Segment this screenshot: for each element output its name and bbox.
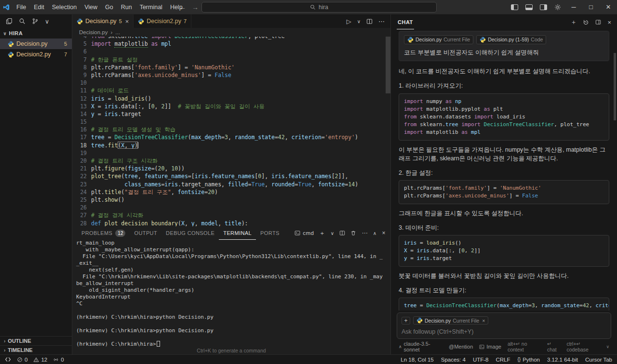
editor-scrollbar[interactable] bbox=[386, 37, 390, 93]
forward-arrow-icon[interactable]: → bbox=[192, 3, 199, 11]
status-crlf[interactable]: CRLF bbox=[496, 357, 510, 363]
source-control-branch-icon[interactable] bbox=[32, 18, 39, 25]
more-views-chevron-icon[interactable]: ∨ bbox=[45, 18, 49, 25]
customize-layout-gear-icon[interactable] bbox=[550, 0, 565, 14]
more-actions-icon[interactable]: ⋯ bbox=[378, 18, 385, 25]
context-chip-Decision.py[interactable]: Decision.pyCurrent File bbox=[404, 35, 473, 44]
minimize-button[interactable]: ─ bbox=[565, 0, 582, 14]
chat-history-icon[interactable] bbox=[583, 19, 589, 26]
status-utf-8[interactable]: UTF-8 bbox=[473, 357, 489, 363]
status-spaces-4[interactable]: Spaces: 4 bbox=[441, 357, 466, 363]
menu-run[interactable]: Run bbox=[117, 0, 136, 14]
add-context-plus-button[interactable]: + bbox=[402, 317, 410, 325]
menu-file[interactable]: File bbox=[13, 0, 30, 14]
panel-tab-terminal[interactable]: TERMINAL bbox=[219, 226, 256, 240]
breadcrumb-more[interactable]: ... bbox=[115, 29, 120, 35]
menu-edit[interactable]: Edit bbox=[30, 0, 48, 14]
terminal-dropdown-chevron-icon[interactable]: ∨ bbox=[331, 231, 335, 236]
menu-terminal[interactable]: Terminal bbox=[136, 0, 166, 14]
close-panel-icon[interactable]: × bbox=[382, 230, 386, 236]
status-3-12-1-64-bit[interactable]: 3.12.1 64-bit bbox=[547, 357, 578, 363]
folder-header[interactable]: ∨ HIRA bbox=[0, 28, 72, 39]
toggle-sidebar-icon[interactable] bbox=[507, 0, 522, 14]
menu-selection[interactable]: Selection bbox=[48, 0, 80, 14]
panel-tab-debug-console[interactable]: DEBUG CONSOLE bbox=[161, 226, 219, 240]
close-window-button[interactable]: ✕ bbox=[600, 0, 617, 14]
code-line-17[interactable]: tree = DecisionTreeClassifier(max_depth=… bbox=[91, 133, 358, 141]
code-line-27[interactable]: # 결정 경계 시각화 bbox=[91, 211, 143, 219]
footer-hint-2[interactable]: ctrl+↵ codebase bbox=[566, 341, 600, 352]
maximize-panel-chevron-icon[interactable]: ∧ bbox=[373, 231, 377, 236]
status-remote[interactable] bbox=[5, 356, 11, 363]
status-cursor-tab[interactable]: Cursor Tab bbox=[585, 357, 612, 363]
code-line-28[interactable]: def plot_decision_boundary(X, y, model, … bbox=[91, 220, 248, 227]
toggle-panel-icon[interactable] bbox=[522, 0, 536, 14]
shell-label[interactable]: cmd bbox=[295, 230, 314, 236]
code-line-4[interactable]: from sklearn.tree import DecisionTreeCla… bbox=[91, 37, 285, 40]
panel-tab-problems[interactable]: PROBLEMS12 bbox=[77, 226, 130, 240]
close-icon[interactable]: × bbox=[482, 318, 485, 324]
code-line-18[interactable]: tree.fit(X, y) bbox=[91, 142, 138, 149]
code-line-25[interactable]: plt.show() bbox=[91, 196, 124, 204]
run-python-file-icon[interactable]: ▷ bbox=[347, 18, 351, 25]
menu-go[interactable]: Go bbox=[101, 0, 117, 14]
code-line-11[interactable]: # 데이터 로드 bbox=[91, 87, 129, 94]
split-terminal-icon[interactable] bbox=[339, 230, 345, 236]
code-line-8[interactable]: plt.rcParams['font.family'] = 'NanumGoth… bbox=[91, 64, 235, 71]
timeline-section[interactable]: › TIMELINE bbox=[0, 345, 72, 354]
breadcrumb[interactable]: Decision.py › ... bbox=[72, 28, 390, 37]
code-editor[interactable]: 4from sklearn.tree import DecisionTreeCl… bbox=[72, 37, 390, 226]
code-line-16[interactable]: # 결정 트리 모델 생성 및 학습 bbox=[91, 126, 175, 133]
chat-input-box[interactable]: + Decision.pyCurrent File× Ask followup … bbox=[397, 312, 611, 339]
close-chat-icon[interactable]: × bbox=[607, 19, 611, 26]
status-ports[interactable]: 0 bbox=[53, 357, 64, 363]
toggle-secondary-sidebar-icon[interactable] bbox=[536, 0, 550, 14]
maximize-button[interactable]: □ bbox=[582, 0, 600, 14]
code-line-22[interactable]: plot_tree(tree, feature_names=[iris.feat… bbox=[91, 172, 348, 180]
code-line-20[interactable]: # 결정 트리 구조 시각화 bbox=[91, 157, 158, 165]
new-terminal-plus-icon[interactable]: ＋ bbox=[319, 229, 325, 237]
command-center-search[interactable]: hira bbox=[201, 2, 437, 13]
back-arrow-icon[interactable]: ← bbox=[179, 3, 186, 11]
run-dropdown-chevron-icon[interactable]: ∨ bbox=[357, 19, 361, 24]
split-editor-icon[interactable] bbox=[366, 18, 373, 25]
code-line-14[interactable]: y = iris.target bbox=[91, 110, 141, 118]
open-chat-in-editor-icon[interactable] bbox=[595, 19, 601, 25]
image-button[interactable]: Image bbox=[479, 344, 501, 350]
editor-tab-Decision.py[interactable]: Decision.py5× bbox=[72, 14, 134, 28]
context-chip-Decision.py[interactable]: Decision.pyCurrent File× bbox=[413, 316, 488, 325]
breadcrumb-file[interactable]: Decision.py bbox=[79, 29, 107, 35]
footer-hint-0[interactable]: alt+↵ no context bbox=[508, 341, 541, 352]
code-line-9[interactable]: plt.rcParams['axes.unicode_minus'] = Fal… bbox=[91, 71, 231, 79]
mention-button[interactable]: @Mention bbox=[449, 344, 473, 350]
code-line-7[interactable]: # 한글 폰트 설정 bbox=[91, 56, 138, 64]
status-errors[interactable]: 0 bbox=[17, 357, 27, 363]
code-line-23[interactable]: class_names=iris.target_names, filled=Tr… bbox=[91, 181, 358, 188]
chat-scrollbar[interactable] bbox=[614, 53, 616, 120]
code-line-12[interactable]: iris = load_iris() bbox=[91, 95, 151, 103]
chat-tab[interactable]: CHAT bbox=[397, 15, 414, 29]
code-line-5[interactable]: import matplotlib as mpl bbox=[91, 40, 171, 48]
kill-terminal-trash-icon[interactable] bbox=[350, 230, 356, 236]
explorer-icon[interactable] bbox=[6, 18, 13, 25]
file-item-Decision2.py[interactable]: Decision2.py7 bbox=[0, 49, 72, 60]
close-icon[interactable]: × bbox=[125, 18, 129, 25]
terminal-output[interactable]: rt_main_loop with _maybe_allow_interrupt… bbox=[72, 240, 390, 348]
outline-section[interactable]: › OUTLINE bbox=[0, 336, 72, 345]
search-sidebar-icon[interactable] bbox=[19, 18, 26, 25]
code-line-24[interactable]: plt.title("결정 트리 구조", fontsize=20) bbox=[91, 188, 218, 196]
editor-tab-Decision2.py[interactable]: Decision2.py7× bbox=[134, 14, 191, 28]
status-warnings[interactable]: 12 bbox=[33, 357, 47, 363]
code-line-21[interactable]: plt.figure(figsize=(20, 10)) bbox=[91, 165, 185, 172]
footer-hint-1[interactable]: ↵ chat bbox=[547, 341, 561, 352]
file-item-Decision.py[interactable]: Decision.py5 bbox=[0, 39, 72, 49]
panel-tab-ports[interactable]: PORTS bbox=[256, 226, 284, 240]
menu-view[interactable]: View bbox=[80, 0, 101, 14]
codebase-chevron-icon[interactable]: ∨ bbox=[606, 344, 609, 349]
status-ln-18-col-15[interactable]: Ln 18, Col 15 bbox=[401, 357, 433, 363]
code-line-13[interactable]: X = iris.data[:, [0, 2]] # 꽃받침 길이와 꽃잎 길이… bbox=[91, 103, 265, 110]
context-chip-Decision.py (1-59)[interactable]: Decision.py (1-59)Code bbox=[476, 35, 546, 44]
panel-tab-output[interactable]: OUTPUT bbox=[130, 226, 161, 240]
status-python[interactable]: {}Python bbox=[518, 357, 540, 363]
panel-more-icon[interactable]: ⋯ bbox=[362, 230, 367, 236]
